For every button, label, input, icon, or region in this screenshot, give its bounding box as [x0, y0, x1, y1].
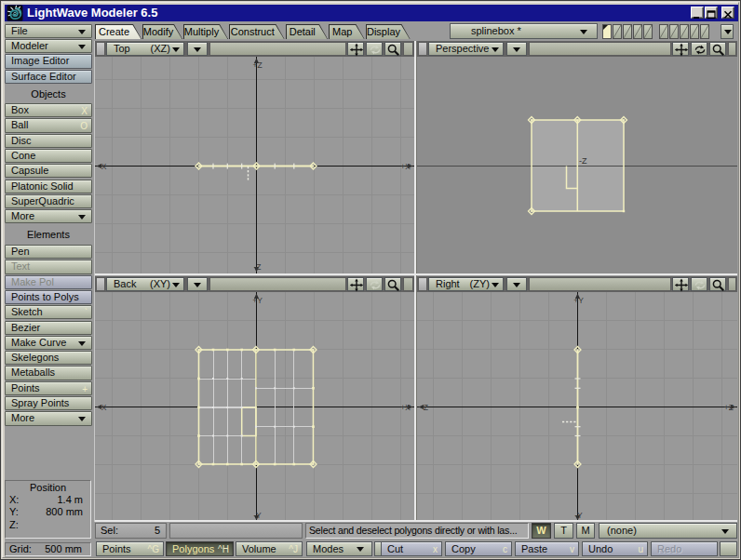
- viewport-titlebar-blank[interactable]: [529, 277, 671, 291]
- vmap-type-button-t[interactable]: T: [554, 523, 573, 539]
- viewport-rotate-button[interactable]: [366, 42, 383, 56]
- viewport-type-dropdown[interactable]: Top(XZ): [106, 42, 184, 56]
- vmap-type-button-m[interactable]: M: [576, 523, 595, 539]
- viewport-canvas-back-part: [255, 463, 257, 465]
- layer-button-10[interactable]: [700, 24, 709, 39]
- tab-construct[interactable]: Construct: [229, 24, 285, 39]
- viewport-right[interactable]: +Y-Y-Z+Z: [417, 292, 737, 520]
- sidebar-item-more[interactable]: More: [5, 411, 92, 425]
- viewport-pan-button[interactable]: [672, 277, 689, 291]
- viewport-zoom-button[interactable]: [709, 277, 726, 291]
- toolbar-button-volume[interactable]: Volume^J: [236, 541, 303, 556]
- viewport-canvas-right[interactable]: +Y-Y-Z+Z: [417, 292, 737, 520]
- axis-label-top: +Y: [573, 296, 584, 305]
- close-button[interactable]: [721, 7, 734, 19]
- sidebar-item-sketch[interactable]: Sketch`: [5, 305, 92, 319]
- sidebar-item-ball[interactable]: BallO: [5, 118, 92, 132]
- viewport-options-dropdown[interactable]: [506, 277, 527, 291]
- sidebar-item-superquadric[interactable]: SuperQuadric: [5, 194, 92, 208]
- layer-bank-dropdown[interactable]: [721, 24, 734, 39]
- vmap-dropdown[interactable]: (none): [599, 523, 737, 539]
- viewport-pan-button[interactable]: [347, 277, 364, 291]
- layer-button-7[interactable]: [669, 24, 679, 39]
- viewport-type-dropdown[interactable]: Back(XY): [106, 277, 184, 291]
- viewport-options-dropdown[interactable]: [506, 42, 527, 56]
- sidebar-item-file[interactable]: File: [5, 24, 92, 38]
- viewport-drag-handle[interactable]: [96, 42, 105, 56]
- sidebar-item-points[interactable]: Points+: [5, 381, 92, 395]
- viewport-canvas-perspective[interactable]: -Z: [417, 57, 737, 273]
- viewport-pan-icon: [673, 278, 690, 292]
- sidebar-item-bezier[interactable]: Bezier: [5, 321, 92, 335]
- sidebar-item-more[interactable]: More: [5, 209, 92, 223]
- tab-modify[interactable]: Modify: [142, 24, 182, 39]
- viewport-rotate-button[interactable]: [691, 42, 707, 56]
- layer-button-2[interactable]: [613, 24, 622, 39]
- sidebar-item-surface-editor[interactable]: Surface Editor: [5, 70, 92, 84]
- sidebar-item-disc[interactable]: Disc: [5, 134, 92, 148]
- toolbar-button-undo[interactable]: Undou: [582, 541, 648, 556]
- viewport-titlebar-blank[interactable]: [209, 42, 346, 56]
- viewport-drag-handle[interactable]: [418, 277, 427, 291]
- minimize-button[interactable]: [691, 7, 704, 19]
- sidebar-item-capsule[interactable]: Capsule: [5, 164, 92, 178]
- viewport-options-dropdown[interactable]: [187, 42, 208, 56]
- toolbar-button-points[interactable]: Points^G: [96, 541, 164, 556]
- tab-detail[interactable]: Detail: [286, 24, 329, 39]
- toolbar-button-polygons[interactable]: Polygons^H: [166, 541, 234, 556]
- layer-button-6[interactable]: [659, 24, 668, 39]
- viewport-zoom-button[interactable]: [384, 42, 401, 56]
- sidebar-item-box[interactable]: BoxX: [5, 103, 92, 117]
- viewport-perspective[interactable]: -Z: [417, 57, 737, 273]
- viewport-type-dropdown[interactable]: Right(ZY): [428, 277, 504, 291]
- viewport-type-dropdown[interactable]: Perspective: [428, 42, 504, 56]
- point-tick: [241, 164, 242, 169]
- sidebar-item-platonic-solid[interactable]: Platonic Solid: [5, 180, 92, 193]
- viewport-back[interactable]: +Y-Y-X+X: [95, 292, 414, 520]
- maximize-button[interactable]: [705, 7, 718, 19]
- current-object-dropdown[interactable]: splinebox *: [450, 23, 598, 39]
- viewport-titlebar-blank[interactable]: [209, 277, 346, 291]
- layer-button-5[interactable]: [643, 24, 653, 39]
- viewport-canvas-back[interactable]: +Y-Y-X+X: [95, 292, 414, 520]
- sidebar-item-metaballs[interactable]: Metaballs: [5, 366, 92, 380]
- toolbar-button-modes[interactable]: Modes: [306, 541, 372, 556]
- point: [240, 463, 243, 466]
- layer-button-4[interactable]: [633, 24, 642, 39]
- layer-button-9[interactable]: [690, 24, 699, 39]
- tab-multiply[interactable]: Multiply: [183, 24, 228, 39]
- sidebar-item-skelegons[interactable]: Skelegons: [5, 351, 92, 365]
- toolbar-button-cut[interactable]: Cutx: [381, 541, 442, 556]
- sidebar-item-make-curve[interactable]: Make Curve: [5, 336, 92, 350]
- viewport-top[interactable]: +Z-Z-X+X: [95, 57, 414, 273]
- viewport-rotate-button[interactable]: [691, 277, 707, 291]
- viewport-divider-horizontal[interactable]: [95, 273, 737, 275]
- layer-button-3[interactable]: [623, 24, 632, 39]
- viewport-pan-button[interactable]: [347, 42, 364, 56]
- sidebar-item-pen[interactable]: Pen: [5, 245, 92, 259]
- sidebar-item-cone[interactable]: Cone: [5, 149, 92, 163]
- viewport-zoom-button[interactable]: [709, 42, 726, 56]
- viewport-rotate-button[interactable]: [366, 277, 383, 291]
- title-bar[interactable]: LightWave Modeler 6.5: [5, 5, 738, 21]
- toolbar-button-copy[interactable]: Copyc: [445, 541, 512, 556]
- viewport-pan-button[interactable]: [672, 42, 689, 56]
- viewport-options-dropdown[interactable]: [187, 277, 208, 291]
- layer-button-8[interactable]: [680, 24, 689, 39]
- sidebar-item-image-editor[interactable]: Image Editor: [5, 54, 92, 68]
- viewport-titlebar-blank[interactable]: [529, 42, 671, 56]
- sidebar-item-spray-points[interactable]: Spray Points: [5, 396, 92, 410]
- tab-display[interactable]: Display: [366, 24, 411, 39]
- tab-create[interactable]: Create: [95, 24, 141, 39]
- viewport-zoom-button[interactable]: [384, 277, 401, 291]
- viewport-drag-handle[interactable]: [418, 42, 427, 56]
- viewport-drag-handle[interactable]: [96, 277, 105, 291]
- layer-button-1[interactable]: [602, 24, 612, 39]
- sidebar-item-points-to-polys[interactable]: Points to Polys: [5, 290, 92, 304]
- viewport-rotate-icon: [367, 278, 384, 292]
- tab-map[interactable]: Map: [329, 24, 365, 39]
- viewport-canvas-top[interactable]: +Z-Z-X+X: [95, 57, 414, 273]
- vmap-type-button-w[interactable]: W: [532, 523, 551, 539]
- sidebar-item-modeler[interactable]: Modeler: [5, 39, 92, 53]
- toolbar-button-paste[interactable]: Pastev: [515, 541, 579, 556]
